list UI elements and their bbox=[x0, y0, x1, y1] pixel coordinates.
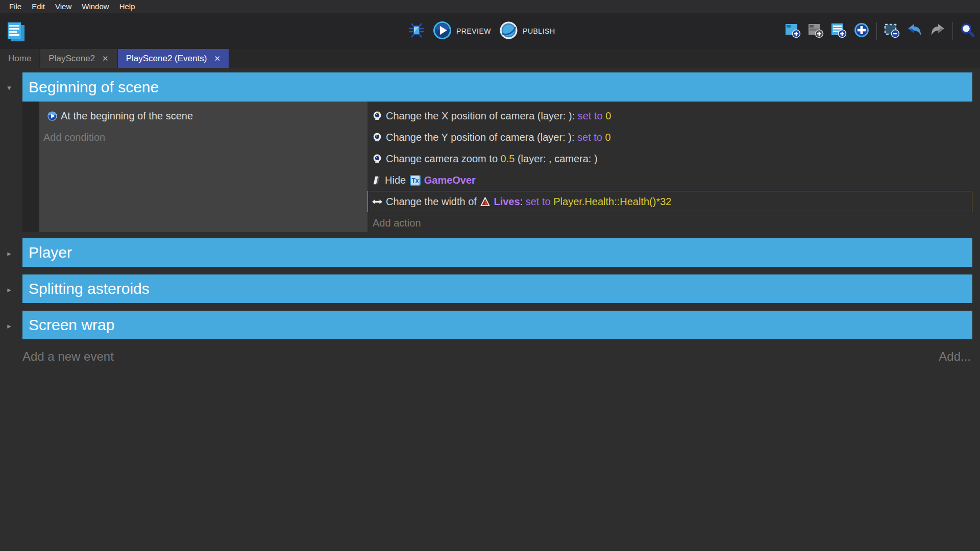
action-row[interactable]: Change camera zoom to 0.5 (layer: , came… bbox=[368, 148, 972, 169]
search-events-button[interactable] bbox=[960, 23, 976, 39]
tab-close-icon[interactable]: ✕ bbox=[102, 55, 109, 62]
event-group-header[interactable]: Player bbox=[22, 238, 972, 267]
publish-button[interactable]: PUBLISH bbox=[499, 21, 555, 41]
add-event-button[interactable] bbox=[785, 23, 801, 39]
toolbar: PREVIEW PUBLISH bbox=[0, 13, 980, 49]
action-text-segment: set to bbox=[577, 132, 605, 143]
tab-label: Home bbox=[8, 54, 31, 64]
add-circle-icon bbox=[853, 22, 870, 40]
action-text-segment: : bbox=[520, 196, 526, 208]
event-group-header[interactable]: Beginning of scene bbox=[22, 72, 972, 102]
action-text-segment: Hide bbox=[385, 174, 409, 186]
event-block: At the beginning of the scene Add condit… bbox=[0, 102, 980, 232]
gdevelop-window: FileEditViewWindowHelp bbox=[0, 0, 980, 551]
tab-playscene2[interactable]: PlayScene2✕ bbox=[40, 49, 116, 68]
add-more-link[interactable]: Add... bbox=[939, 349, 971, 364]
menu-item-window[interactable]: Window bbox=[77, 0, 114, 13]
group-title: Player bbox=[29, 244, 72, 261]
action-text-segment: set to bbox=[578, 110, 605, 122]
preview-play-icon bbox=[433, 21, 452, 41]
debugger-button[interactable] bbox=[408, 23, 425, 39]
condition-row[interactable]: At the beginning of the scene bbox=[39, 105, 368, 127]
camera-icon bbox=[372, 111, 382, 121]
add-subevent-icon bbox=[807, 22, 824, 40]
delete-selection-button[interactable] bbox=[884, 23, 900, 39]
menu-item-view[interactable]: View bbox=[50, 0, 77, 13]
text-object-icon: Tx bbox=[410, 175, 421, 186]
debugger-bug-icon bbox=[408, 21, 425, 41]
tab-bar: HomePlayScene2✕PlayScene2 (Events)✕ bbox=[0, 49, 980, 68]
action-row[interactable]: Change the width of Lives: set to Player… bbox=[368, 191, 972, 212]
menu-item-file[interactable]: File bbox=[4, 0, 27, 13]
scene-start-icon bbox=[47, 111, 57, 121]
action-text-segment: Change the X position of camera (layer: … bbox=[386, 110, 578, 122]
camera-icon bbox=[372, 132, 382, 142]
group-title: Splitting asteroids bbox=[29, 280, 150, 297]
actions-panel: Change the X position of camera (layer: … bbox=[368, 102, 972, 232]
remove-selection-icon bbox=[884, 22, 900, 40]
action-text-segment: (layer: , camera: ) bbox=[514, 153, 597, 165]
camera-icon bbox=[372, 154, 382, 164]
tab-close-icon[interactable]: ✕ bbox=[214, 55, 220, 62]
undo-button[interactable] bbox=[906, 23, 923, 39]
condition-text: At the beginning of the scene bbox=[61, 110, 193, 122]
action-text-segment: Change the Y position of camera (layer: … bbox=[386, 132, 577, 143]
action-text-segment: Change the width of bbox=[386, 196, 479, 208]
collapsed-groups: ▸Player▸Splitting asteroids▸Screen wrap bbox=[0, 238, 980, 347]
action-text-segment: 0 bbox=[605, 132, 611, 143]
add-condition-link[interactable]: Add condition bbox=[39, 127, 368, 148]
collapse-arrow-icon[interactable]: ▾ bbox=[5, 83, 14, 92]
sheet-footer: Add a new event Add... bbox=[0, 349, 980, 370]
add-subevent-button[interactable] bbox=[807, 23, 824, 39]
action-row[interactable]: Hide TxGameOver bbox=[368, 169, 972, 191]
toolbar-separator bbox=[876, 22, 877, 40]
redo-arrow-icon bbox=[929, 22, 946, 40]
event-indent bbox=[22, 102, 39, 232]
tab-playscene2-events-[interactable]: PlayScene2 (Events)✕ bbox=[118, 49, 229, 68]
project-manager-button[interactable] bbox=[6, 21, 27, 43]
search-icon bbox=[960, 22, 976, 40]
tab-label: PlayScene2 bbox=[48, 54, 95, 64]
events-sheet: ▾ Beginning of scene At the beginning of… bbox=[0, 68, 980, 551]
add-comment-button[interactable] bbox=[830, 23, 847, 39]
undo-arrow-icon bbox=[906, 22, 923, 40]
redo-button[interactable] bbox=[929, 23, 946, 39]
publish-label: PUBLISH bbox=[523, 27, 555, 35]
action-text-segment: set to bbox=[526, 196, 553, 208]
add-new-event-link[interactable]: Add a new event bbox=[22, 349, 114, 364]
hide-icon bbox=[372, 176, 381, 185]
action-row[interactable]: Change the Y position of camera (layer: … bbox=[368, 127, 972, 148]
action-text-segment: Lives bbox=[494, 196, 520, 208]
menu-item-edit[interactable]: Edit bbox=[27, 0, 50, 13]
publish-globe-icon bbox=[499, 21, 518, 41]
tab-home[interactable]: Home bbox=[0, 49, 39, 68]
action-text-segment: Player.Health::Health()*32 bbox=[553, 196, 671, 208]
add-comment-icon bbox=[830, 22, 847, 40]
group-title: Beginning of scene bbox=[29, 79, 159, 96]
event-group-header[interactable]: Screen wrap bbox=[22, 311, 972, 339]
action-text-segment: 0.5 bbox=[501, 153, 515, 165]
preview-button[interactable]: PREVIEW bbox=[433, 21, 491, 41]
action-text-segment: GameOver bbox=[424, 174, 476, 186]
choose-event-type-button[interactable] bbox=[853, 23, 870, 39]
expand-arrow-icon[interactable]: ▸ bbox=[5, 285, 14, 294]
group-title: Screen wrap bbox=[29, 316, 114, 334]
width-arrow-icon bbox=[372, 198, 382, 205]
conditions-panel: At the beginning of the scene Add condit… bbox=[39, 102, 368, 232]
toolbar-separator bbox=[952, 22, 953, 40]
menu-bar: FileEditViewWindowHelp bbox=[0, 0, 980, 13]
action-text-segment: Change camera zoom to bbox=[386, 153, 501, 165]
preview-label: PREVIEW bbox=[456, 27, 491, 35]
svg-text:Tx: Tx bbox=[411, 177, 419, 184]
project-manager-icon bbox=[6, 36, 27, 45]
menu-item-help[interactable]: Help bbox=[114, 0, 140, 13]
lives-object-icon bbox=[480, 197, 490, 207]
add-action-link[interactable]: Add action bbox=[368, 212, 972, 234]
action-text-segment: 0 bbox=[605, 110, 611, 122]
event-group-header[interactable]: Splitting asteroids bbox=[22, 274, 972, 303]
tab-label: PlayScene2 (Events) bbox=[126, 54, 207, 64]
expand-arrow-icon[interactable]: ▸ bbox=[5, 321, 14, 331]
action-row[interactable]: Change the X position of camera (layer: … bbox=[368, 105, 972, 127]
expand-arrow-icon[interactable]: ▸ bbox=[5, 249, 14, 258]
add-event-icon bbox=[785, 22, 801, 40]
